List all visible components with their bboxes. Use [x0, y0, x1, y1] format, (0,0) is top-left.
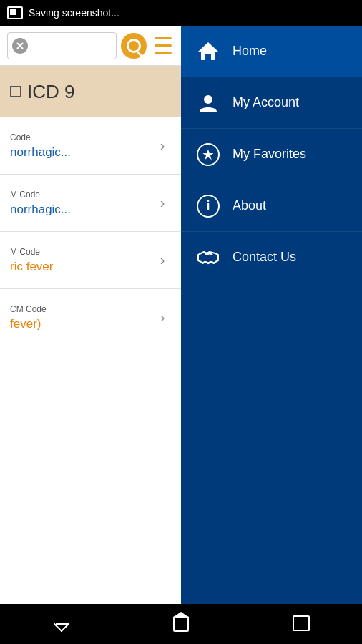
list-item-label: CM Code [10, 304, 154, 314]
nav-label-home: Home [233, 44, 267, 59]
bottom-navigation-bar [0, 604, 362, 644]
chevron-right-icon: › [154, 309, 171, 326]
list-item-value: ric fever [10, 260, 154, 274]
info-icon: i [195, 193, 221, 219]
search-clear-button[interactable] [12, 38, 28, 54]
list-item-label: Code [10, 132, 154, 142]
back-arrow-icon [50, 617, 70, 631]
chevron-right-icon: › [154, 137, 171, 155]
list-item-value: norrhagic... [10, 203, 154, 217]
search-go-button[interactable] [121, 33, 147, 59]
nav-menu: Home My Account ★ My Favorites [181, 26, 362, 618]
list-content: Code norrhagic... › M Code norrhagic... … [0, 117, 181, 618]
list-item[interactable]: M Code ric fever › [0, 232, 181, 289]
left-panel: ICD 9 Code norrhagic... › M Code norrhag… [0, 26, 181, 618]
chevron-right-icon: › [154, 252, 171, 269]
star-icon: ★ [195, 142, 221, 167]
list-item-label: M Code [10, 247, 154, 257]
recent-apps-icon [294, 617, 310, 631]
nav-item-contact-us[interactable]: Contact Us [181, 232, 362, 283]
list-item[interactable]: M Code norrhagic... › [0, 175, 181, 232]
contact-icon [195, 245, 221, 270]
home-icon [195, 39, 221, 64]
back-button[interactable] [39, 610, 82, 638]
nav-item-my-account[interactable]: My Account [181, 77, 362, 129]
nav-label-contact-us: Contact Us [233, 250, 296, 265]
list-item[interactable]: CM Code fever) › [0, 289, 181, 346]
list-item-value: fever) [10, 317, 154, 331]
svg-point-0 [204, 95, 212, 104]
nav-item-about[interactable]: i About [181, 180, 362, 232]
nav-item-my-favorites[interactable]: ★ My Favorites [181, 129, 362, 180]
nav-label-about: About [233, 198, 266, 213]
nav-item-home[interactable]: Home [181, 26, 362, 77]
main-layout: ICD 9 Code norrhagic... › M Code norrhag… [0, 26, 362, 618]
nav-label-my-account: My Account [233, 95, 299, 110]
info-circle: i [197, 195, 220, 218]
recent-apps-button[interactable] [280, 610, 323, 638]
handshake-svg [197, 248, 220, 268]
icd-checkbox[interactable] [10, 86, 21, 97]
screenshot-icon [7, 6, 23, 19]
search-bar [0, 26, 181, 66]
star-circle: ★ [197, 143, 220, 166]
home-svg [197, 40, 220, 63]
status-text: Saving screenshot... [29, 7, 119, 19]
person-svg [197, 92, 220, 114]
chevron-right-icon: › [154, 195, 171, 212]
person-icon [195, 90, 221, 116]
search-input-wrapper [7, 32, 117, 59]
icd-title: ICD 9 [27, 81, 74, 103]
icd-header: ICD 9 [0, 66, 181, 117]
list-item[interactable]: Code norrhagic... › [0, 117, 181, 175]
list-item-value: norrhagic... [10, 145, 154, 160]
home-button-icon [173, 616, 189, 632]
status-bar: Saving screenshot... [0, 0, 362, 26]
home-button[interactable] [160, 610, 202, 638]
search-icon [127, 39, 141, 53]
menu-button[interactable] [152, 35, 174, 57]
list-item-label: M Code [10, 190, 154, 200]
nav-label-my-favorites: My Favorites [233, 147, 306, 162]
